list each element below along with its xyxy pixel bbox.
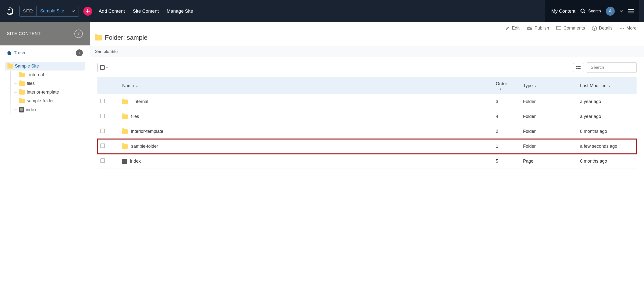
nav-manage-site[interactable]: Manage Site [162,9,197,14]
table-row[interactable]: files4Foldera year ago [98,109,636,124]
sort-icon: ▲ [608,85,611,88]
site-label: SITE: [20,6,37,16]
grid-view-button[interactable] [573,63,584,72]
site-tree: Sample Site _internalfilesinterior-templ… [0,60,90,116]
page-title: Folder: sample [90,33,644,46]
sort-icon: ▲ [136,85,138,88]
topbar: SITE: Sample Site Add Content Site Conte… [0,0,644,22]
avatar-chevron-icon[interactable] [620,10,623,12]
trash-count-badge: 7 [76,49,83,56]
folder-icon [8,64,13,69]
checkbox-icon [100,65,104,70]
row-checkbox[interactable] [100,128,105,133]
svg-point-3 [622,28,622,29]
collapse-sidebar-button[interactable] [74,30,83,38]
tree-item[interactable]: index [12,105,85,114]
svg-point-2 [620,28,621,29]
edit-button[interactable]: Edit [505,26,520,31]
grid-icon [576,66,581,69]
svg-rect-10 [579,68,580,69]
chevron-down-icon [106,67,108,68]
site-name-dropdown[interactable]: Sample Site [37,9,78,14]
more-button[interactable]: More [620,26,636,31]
svg-rect-9 [578,68,579,69]
folder-icon [19,73,25,77]
comments-button[interactable]: Comments [556,26,585,31]
tree-item[interactable]: interior-template [12,88,85,97]
publish-button[interactable]: Publish [526,26,549,31]
folder-icon [19,99,25,103]
sidebar-header: SITE CONTENT [0,22,90,45]
sort-icon: ▲ [534,85,537,88]
search-icon [580,9,586,14]
global-search[interactable]: Search [580,9,601,14]
nav-my-content[interactable]: My Content [551,9,575,14]
tree-item[interactable]: files [12,79,85,88]
hamburger-menu-icon[interactable] [628,9,634,14]
main-content: Edit Publish Comments Details More Folde… [90,22,644,284]
folder-icon [19,90,25,95]
col-modified[interactable]: Last Modified▲ [577,77,636,94]
row-checkbox[interactable] [100,158,105,163]
nav-add-content[interactable]: Add Content [95,9,129,14]
add-content-button[interactable] [83,7,92,16]
select-all-dropdown[interactable] [98,63,111,72]
page-icon [122,159,127,164]
sidebar: SITE CONTENT Trash 7 Sample Site _intern… [0,22,90,284]
page-icon [19,107,24,112]
folder-icon [95,35,102,41]
tree-item[interactable]: sample-folder [12,97,85,105]
trash-icon [7,50,12,55]
folder-icon [19,81,25,86]
table-search-input[interactable] [587,62,636,73]
col-type[interactable]: Type▲ [520,77,577,94]
svg-point-0 [581,9,584,13]
svg-rect-7 [579,66,580,67]
col-name[interactable]: Name▲ [110,77,493,94]
col-order[interactable]: Order▲ [493,77,520,94]
details-button[interactable]: Details [592,26,612,31]
pencil-icon [505,26,510,31]
comment-icon [556,26,562,31]
row-checkbox[interactable] [100,99,105,103]
tree-item[interactable]: _internal [12,71,85,79]
topbar-right: My Content Search A [545,0,639,22]
chevron-down-icon [72,10,75,12]
breadcrumb[interactable]: Sample Site [90,46,644,57]
user-avatar[interactable]: A [606,7,615,16]
info-icon [592,26,597,31]
folder-icon [122,129,128,134]
tree-root[interactable]: Sample Site [5,62,85,71]
table-row[interactable]: sample-folder1Foldera few seconds ago [98,139,636,154]
site-selector[interactable]: SITE: Sample Site [19,6,79,17]
svg-rect-6 [578,66,579,67]
folder-icon [122,144,128,149]
nav-site-content[interactable]: Site Content [129,9,163,14]
table-row[interactable]: interior-template2Folder8 months ago [98,124,636,139]
dots-icon [620,28,624,29]
table-row[interactable]: index5Page6 months ago [98,154,636,169]
svg-rect-8 [576,68,578,69]
action-toolbar: Edit Publish Comments Details More [90,22,644,33]
cloud-check-icon [526,26,532,30]
app-logo[interactable] [5,6,15,16]
content-table: Name▲ Order▲ Type▲ Last Modified▲ _inter… [98,77,636,169]
folder-icon [122,99,128,104]
table-row[interactable]: _internal3Foldera year ago [98,94,636,109]
trash-link[interactable]: Trash 7 [0,45,90,60]
table-controls [90,57,644,77]
svg-rect-5 [576,66,578,67]
row-checkbox[interactable] [100,114,105,118]
sort-icon: ▲ [499,87,502,90]
row-checkbox[interactable] [100,144,105,148]
folder-icon [122,114,128,119]
svg-point-4 [623,28,624,29]
